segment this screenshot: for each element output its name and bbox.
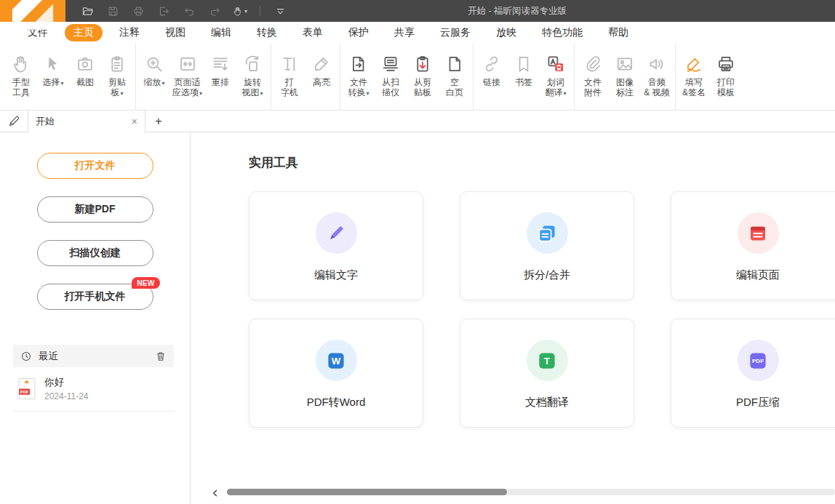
save-icon — [107, 5, 119, 17]
ribbon-item-reflow[interactable]: 重排 — [204, 44, 236, 110]
ribbon-item-label: 高亮 — [313, 77, 330, 87]
foxit-logo-button[interactable] — [0, 0, 65, 22]
recent-file-text: 你好2024-11-24 — [44, 376, 89, 401]
print-button[interactable] — [131, 4, 145, 17]
scrollbar-track[interactable] — [227, 489, 835, 495]
new-tab-button[interactable]: + — [155, 114, 162, 129]
edit-pages-icon — [747, 223, 769, 244]
clock-icon — [20, 351, 32, 362]
trash-icon[interactable] — [155, 351, 167, 362]
ribbon-item-from-clipboard[interactable]: 从剪贴板 — [407, 44, 439, 110]
redo-button[interactable] — [207, 4, 222, 17]
menu-protect[interactable]: 保护 — [340, 24, 377, 41]
menu-cloud[interactable]: 云服务 — [431, 24, 479, 41]
doc-translate-icon-circle: T — [527, 340, 568, 381]
dropdown-arrow-icon: ▾ — [120, 90, 123, 97]
scanner-icon — [381, 55, 400, 73]
export-button[interactable] — [156, 4, 171, 17]
svg-text:T: T — [544, 355, 550, 366]
pdf-to-word-card[interactable]: WPDF转Word — [249, 319, 423, 428]
ribbon-item-label: 页面适应选项▾ — [172, 77, 202, 99]
ribbon-item-label: 打字机 — [281, 77, 298, 97]
ribbon-item-print-template[interactable]: 打印模板 — [710, 44, 742, 110]
svg-text:W: W — [332, 355, 341, 366]
open-file-button[interactable]: 打开文件 — [37, 153, 153, 179]
undo-button[interactable] — [182, 4, 196, 17]
ribbon-item-snapshot[interactable]: 截图 — [69, 44, 101, 110]
ribbon-item-from-scanner[interactable]: 从扫描仪 — [375, 44, 407, 110]
edit-pages-card[interactable]: 编辑页面 — [671, 191, 835, 300]
svg-text:PDF: PDF — [20, 390, 29, 394]
reflow-icon — [211, 55, 230, 73]
menu-present[interactable]: 放映 — [487, 24, 525, 41]
ribbon-item-audio-video[interactable]: 音频& 视频 — [641, 44, 673, 110]
save-button[interactable] — [105, 4, 120, 17]
tab-start[interactable]: 开始 × — [28, 111, 145, 132]
dropdown-arrow-icon: ▾ — [367, 90, 369, 97]
menu-view[interactable]: 视图 — [156, 24, 194, 41]
ribbon-item-fill-sign[interactable]: 填写&签名 — [678, 44, 710, 110]
menu-features[interactable]: 特色功能 — [533, 24, 591, 41]
pdf-compress-card[interactable]: PDFPDF压缩 — [671, 319, 835, 428]
ribbon-item-rotate-view[interactable]: 旋转视图▾ — [236, 44, 268, 110]
customize-toolbar-button[interactable] — [273, 4, 287, 17]
ribbon-item-translate[interactable]: 划词翻译▾ — [540, 44, 572, 110]
edit-pencil-icon[interactable] — [0, 115, 28, 127]
sidebar-buttons: 打开文件新建PDF扫描仪创建打开手机文件NEW — [0, 153, 190, 327]
ribbon-group: 文件附件图像标注音频& 视频 — [574, 44, 675, 110]
hand-mode-button[interactable]: ▾ — [233, 4, 247, 17]
open-mobile-file-button[interactable]: 打开手机文件NEW — [37, 284, 153, 310]
ribbon-item-clipboard[interactable]: 剪贴板▾ — [101, 44, 133, 110]
horizontal-scrollbar — [211, 487, 835, 496]
content-area: 打开文件新建PDF扫描仪创建打开手机文件NEW 最近 PDF你好2024-11-… — [0, 132, 835, 504]
menu-home[interactable]: 主页 — [65, 24, 103, 41]
menu-edit[interactable]: 编辑 — [202, 24, 240, 41]
menu-comment[interactable]: 注释 — [111, 24, 148, 41]
ribbon-item-attachment[interactable]: 文件附件 — [577, 44, 609, 110]
dropdown-arrow-icon: ▾ — [244, 8, 247, 15]
menu-form[interactable]: 表单 — [294, 24, 332, 41]
menu-share[interactable]: 共享 — [385, 24, 423, 41]
ribbon-item-image-annotation[interactable]: 图像标注 — [609, 44, 641, 110]
highlight-icon — [312, 55, 331, 73]
menu-help[interactable]: 帮助 — [599, 24, 637, 41]
section-title: 实用工具 — [249, 154, 835, 171]
doc-translate-card[interactable]: T文档翻译 — [460, 319, 634, 428]
menu-convert[interactable]: 转换 — [248, 24, 286, 41]
edit-text-card[interactable]: 编辑文字 — [249, 191, 423, 300]
recent-file-name: 你好 — [44, 376, 89, 389]
ribbon-item-label: 从扫描仪 — [382, 77, 399, 97]
ribbon-item-blank-page[interactable]: 空白页 — [439, 44, 471, 110]
split-merge-card[interactable]: 拆分/合并 — [460, 191, 634, 300]
dropdown-arrow-icon: ▾ — [260, 90, 263, 97]
ribbon-item-zoom[interactable]: 缩放▾ — [138, 44, 170, 110]
ribbon-item-link[interactable]: 链接 — [476, 44, 508, 110]
scrollbar-thumb[interactable] — [227, 489, 507, 495]
open-file-button[interactable] — [80, 4, 95, 17]
card-label: 编辑文字 — [314, 268, 358, 282]
ribbon-item-file-convert[interactable]: 文件转换▾ — [343, 44, 375, 110]
hand-icon — [12, 55, 31, 73]
scanner-create-button[interactable]: 扫描仪创建 — [37, 240, 153, 266]
ribbon-item-select[interactable]: 选择▾ — [37, 44, 69, 110]
ribbon-item-typewriter[interactable]: 打字机 — [273, 44, 305, 110]
ribbon-item-hand-tool[interactable]: 手型工具 — [5, 44, 37, 110]
sidebar: 打开文件新建PDF扫描仪创建打开手机文件NEW 最近 PDF你好2024-11-… — [0, 132, 191, 504]
ribbon-item-label: 书签 — [515, 77, 532, 87]
new-badge: NEW — [132, 277, 159, 289]
ribbon-item-page-fit[interactable]: 页面适应选项▾ — [170, 44, 204, 110]
ribbon-item-highlight[interactable]: 高亮 — [305, 44, 337, 110]
new-pdf-button[interactable]: 新建PDF — [37, 196, 153, 223]
ribbon-item-label: 填写&签名 — [682, 77, 706, 97]
card-label: 拆分/合并 — [524, 268, 570, 282]
edit-pages-icon-circle — [738, 212, 779, 254]
translate-icon — [546, 55, 565, 73]
redo-icon — [209, 5, 221, 17]
snapshot-icon — [76, 55, 95, 73]
recent-file-item[interactable]: PDF你好2024-11-24 — [13, 367, 174, 412]
tab-close-icon[interactable]: × — [132, 116, 137, 127]
scroll-left-arrow-icon[interactable] — [211, 487, 223, 496]
ribbon-item-bookmark[interactable]: 书签 — [508, 44, 540, 110]
split-merge-icon-circle — [527, 212, 568, 254]
card-label: PDF转Word — [307, 396, 366, 409]
